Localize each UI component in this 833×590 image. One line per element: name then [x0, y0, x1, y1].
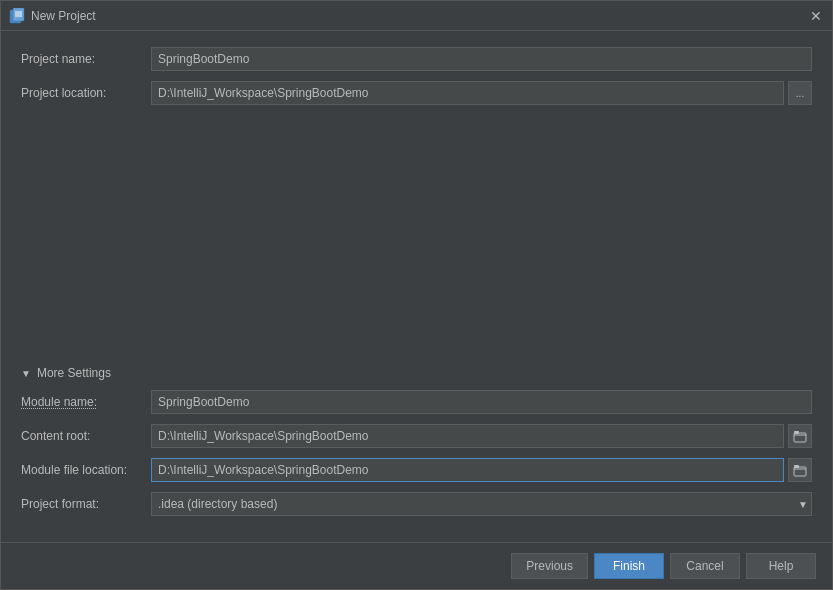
- module-name-input[interactable]: [151, 390, 812, 414]
- module-name-row: Module name:: [21, 390, 812, 414]
- more-settings-section: ▼ More Settings Module name: Content roo…: [21, 366, 812, 526]
- dialog-title: New Project: [31, 9, 96, 23]
- svg-rect-5: [794, 433, 806, 442]
- module-file-location-label: Module file location:: [21, 463, 151, 477]
- module-file-location-input-wrapper: [151, 458, 812, 482]
- dialog-content: Project name: Project location: ... ▼ Mo…: [1, 31, 832, 542]
- project-location-label: Project location:: [21, 86, 151, 100]
- content-root-browse-button[interactable]: [788, 424, 812, 448]
- previous-button[interactable]: Previous: [511, 553, 588, 579]
- more-settings-label: More Settings: [37, 366, 111, 380]
- content-root-row: Content root:: [21, 424, 812, 448]
- content-root-input[interactable]: [151, 424, 784, 448]
- project-location-browse-button[interactable]: ...: [788, 81, 812, 105]
- project-name-row: Project name:: [21, 47, 812, 71]
- project-format-select[interactable]: .idea (directory based) Eclipse (.classp…: [151, 492, 812, 516]
- more-settings-toggle[interactable]: ▼ More Settings: [21, 366, 812, 380]
- help-button[interactable]: Help: [746, 553, 816, 579]
- title-bar-left: New Project: [9, 8, 96, 24]
- module-file-location-browse-button[interactable]: [788, 458, 812, 482]
- collapse-icon: ▼: [21, 368, 31, 379]
- svg-rect-7: [794, 467, 806, 476]
- project-format-label: Project format:: [21, 497, 151, 511]
- project-format-select-wrapper: .idea (directory based) Eclipse (.classp…: [151, 492, 812, 516]
- project-format-row: Project format: .idea (directory based) …: [21, 492, 812, 516]
- project-location-input[interactable]: [151, 81, 784, 105]
- close-button[interactable]: ✕: [808, 8, 824, 24]
- module-name-label: Module name:: [21, 395, 151, 409]
- module-file-location-row: Module file location:: [21, 458, 812, 482]
- content-root-label: Content root:: [21, 429, 151, 443]
- module-name-input-wrapper: [151, 390, 812, 414]
- title-bar: New Project ✕: [1, 1, 832, 31]
- content-root-input-wrapper: [151, 424, 812, 448]
- project-name-input[interactable]: [151, 47, 812, 71]
- svg-rect-6: [794, 431, 799, 434]
- module-file-location-input[interactable]: [151, 458, 784, 482]
- project-format-select-container: .idea (directory based) Eclipse (.classp…: [151, 492, 812, 516]
- project-name-input-wrapper: [151, 47, 812, 71]
- finish-button[interactable]: Finish: [594, 553, 664, 579]
- project-location-row: Project location: ...: [21, 81, 812, 105]
- cancel-button[interactable]: Cancel: [670, 553, 740, 579]
- new-project-icon: [9, 8, 25, 24]
- svg-rect-8: [794, 465, 799, 468]
- new-project-dialog: New Project ✕ Project name: Project loca…: [0, 0, 833, 590]
- project-location-input-wrapper: ...: [151, 81, 812, 105]
- project-name-label: Project name:: [21, 52, 151, 66]
- dialog-footer: Previous Finish Cancel Help: [1, 542, 832, 589]
